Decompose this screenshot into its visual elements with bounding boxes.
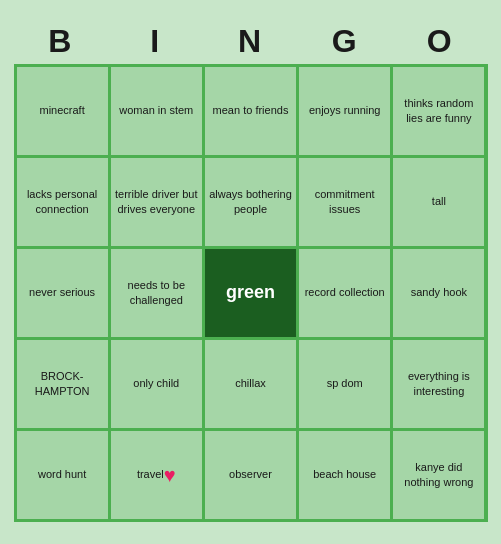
cell-text-19: everything is interesting <box>397 369 480 398</box>
cell-text-17: chillax <box>235 376 266 390</box>
cell-8[interactable]: commitment issues <box>299 158 390 246</box>
cell-0[interactable]: minecraft <box>17 67 108 155</box>
cell-text-4: thinks random lies are funny <box>397 96 480 125</box>
cell-24[interactable]: kanye did nothing wrong <box>393 431 484 519</box>
cell-text-3: enjoys running <box>309 103 381 117</box>
cell-text-10: never serious <box>29 285 95 299</box>
cell-11[interactable]: needs to be challenged <box>111 249 202 337</box>
cell-20[interactable]: word hunt <box>17 431 108 519</box>
cell-text-8: commitment issues <box>303 187 386 216</box>
cell-text-6: terrible driver but drives everyone <box>115 187 198 216</box>
cell-text-0: minecraft <box>39 103 84 117</box>
cell-text-7: always bothering people <box>209 187 292 216</box>
cell-1[interactable]: woman in stem <box>111 67 202 155</box>
cell-2[interactable]: mean to friends <box>205 67 296 155</box>
header-letter-o: O <box>393 23 488 60</box>
bingo-grid: minecraftwoman in stemmean to friendsenj… <box>14 64 488 522</box>
header-letter-b: B <box>14 23 109 60</box>
cell-text-11: needs to be challenged <box>115 278 198 307</box>
cell-16[interactable]: only child <box>111 340 202 428</box>
header-letter-n: N <box>203 23 298 60</box>
header-letter-g: G <box>298 23 393 60</box>
cell-19[interactable]: everything is interesting <box>393 340 484 428</box>
cell-text-5: lacks personal connection <box>21 187 104 216</box>
cell-6[interactable]: terrible driver but drives everyone <box>111 158 202 246</box>
cell-text-12: green <box>226 281 275 304</box>
cell-18[interactable]: sp dom <box>299 340 390 428</box>
cell-22[interactable]: observer <box>205 431 296 519</box>
cell-3[interactable]: enjoys running <box>299 67 390 155</box>
heart-icon: ♥ <box>164 462 176 488</box>
cell-5[interactable]: lacks personal connection <box>17 158 108 246</box>
bingo-card: BINGO minecraftwoman in stemmean to frie… <box>6 15 496 530</box>
cell-15[interactable]: BROCK-HAMPTON <box>17 340 108 428</box>
header-letter-i: I <box>108 23 203 60</box>
cell-12[interactable]: green <box>205 249 296 337</box>
cell-text-23: beach house <box>313 467 376 481</box>
cell-4[interactable]: thinks random lies are funny <box>393 67 484 155</box>
cell-text-15: BROCK-HAMPTON <box>21 369 104 398</box>
cell-text-21: travel <box>137 467 164 481</box>
cell-text-2: mean to friends <box>213 103 289 117</box>
cell-text-9: tall <box>432 194 446 208</box>
cell-text-1: woman in stem <box>119 103 193 117</box>
cell-10[interactable]: never serious <box>17 249 108 337</box>
cell-text-13: record collection <box>305 285 385 299</box>
cell-text-24: kanye did nothing wrong <box>397 460 480 489</box>
cell-9[interactable]: tall <box>393 158 484 246</box>
cell-text-22: observer <box>229 467 272 481</box>
cell-text-20: word hunt <box>38 467 86 481</box>
cell-13[interactable]: record collection <box>299 249 390 337</box>
cell-7[interactable]: always bothering people <box>205 158 296 246</box>
cell-17[interactable]: chillax <box>205 340 296 428</box>
cell-text-14: sandy hook <box>411 285 467 299</box>
cell-23[interactable]: beach house <box>299 431 390 519</box>
bingo-header: BINGO <box>14 23 488 60</box>
cell-text-16: only child <box>133 376 179 390</box>
cell-14[interactable]: sandy hook <box>393 249 484 337</box>
cell-21[interactable]: travel♥ <box>111 431 202 519</box>
cell-text-18: sp dom <box>327 376 363 390</box>
